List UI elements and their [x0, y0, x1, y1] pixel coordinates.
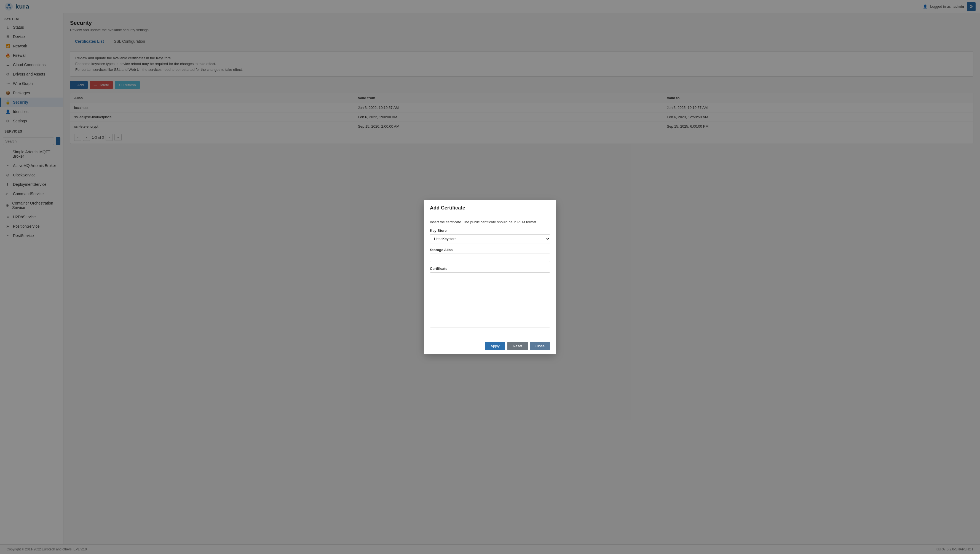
storage-alias-input[interactable]	[430, 253, 550, 262]
modal-header: Add Certificate	[424, 200, 556, 215]
storage-alias-label: Storage Alias	[430, 248, 550, 252]
modal-description: Insert the certificate. The public certi…	[430, 220, 550, 224]
modal-overlay[interactable]: Add Certificate Insert the certificate. …	[0, 0, 980, 554]
certificate-textarea[interactable]	[430, 272, 550, 328]
certificate-label: Certificate	[430, 266, 550, 271]
add-certificate-modal: Add Certificate Insert the certificate. …	[424, 200, 556, 354]
keystore-label: Key Store	[430, 229, 550, 232]
keystore-group: Key Store HttpsKeystore SslManagerKeysto…	[430, 229, 550, 244]
apply-button[interactable]: Apply	[485, 342, 505, 350]
keystore-select[interactable]: HttpsKeystore SslManagerKeystore	[430, 234, 550, 244]
modal-body: Insert the certificate. The public certi…	[424, 215, 556, 337]
modal-footer: Apply Reset Close	[424, 337, 556, 354]
certificate-group: Certificate	[430, 266, 550, 328]
storage-alias-group: Storage Alias	[430, 248, 550, 262]
close-button[interactable]: Close	[530, 342, 550, 350]
reset-button[interactable]: Reset	[507, 342, 528, 350]
modal-title: Add Certificate	[430, 205, 550, 211]
